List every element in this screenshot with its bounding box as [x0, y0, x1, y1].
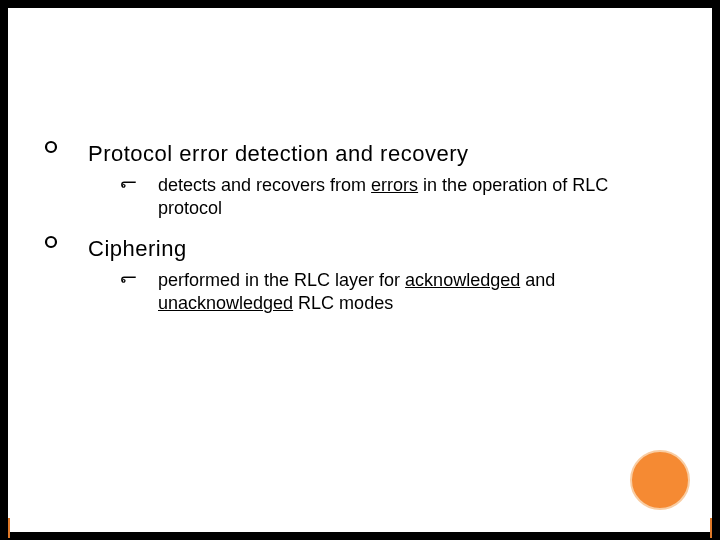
list-item: Protocol error detection and recovery [42, 140, 672, 168]
list-item: Ciphering [42, 235, 672, 263]
decorative-edge [8, 518, 10, 538]
text-fragment: and [520, 270, 555, 290]
ring-bullet-icon [42, 140, 88, 158]
underlined-text: unacknowledged [158, 293, 293, 313]
underlined-text: errors [371, 175, 418, 195]
slide: Protocol error detection and recovery ൳ … [8, 8, 712, 532]
list-subitem: ൳ detects and recovers from errors in th… [120, 174, 672, 222]
bullet-title: Protocol error detection and recovery [88, 140, 468, 168]
underlined-text: acknowledged [405, 270, 520, 290]
svg-point-1 [46, 237, 56, 247]
text-fragment: detects and recovers from [158, 175, 371, 195]
text-fragment: RLC modes [293, 293, 393, 313]
swirl-bullet-icon: ൳ [120, 269, 158, 292]
swirl-bullet-icon: ൳ [120, 174, 158, 197]
text-fragment: performed in the RLC layer for [158, 270, 405, 290]
list-subitem: ൳ performed in the RLC layer for acknowl… [120, 269, 672, 317]
bullet-title: Ciphering [88, 235, 187, 263]
decorative-edge [710, 518, 712, 538]
content-area: Protocol error detection and recovery ൳ … [42, 140, 672, 330]
ring-bullet-icon [42, 235, 88, 253]
decorative-circle-icon [630, 450, 690, 510]
svg-point-0 [46, 142, 56, 152]
subitem-text: detects and recovers from errors in the … [158, 174, 672, 222]
subitem-text: performed in the RLC layer for acknowled… [158, 269, 672, 317]
